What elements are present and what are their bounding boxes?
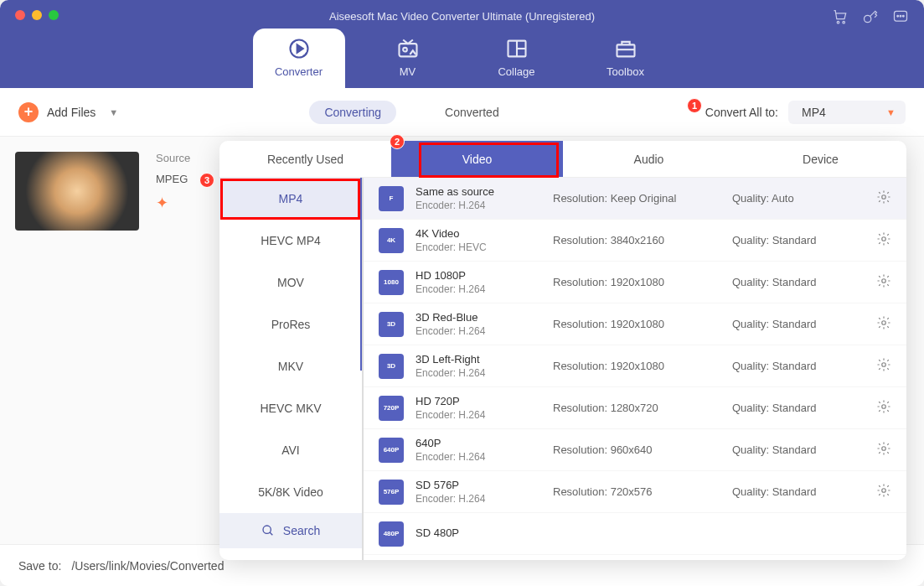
video-thumbnail[interactable]: [15, 152, 139, 231]
save-to-path[interactable]: /Users/link/Movies/Converted: [71, 559, 224, 573]
format-item-5k8k[interactable]: 5K/8K Video: [219, 471, 362, 513]
tab-video[interactable]: Video: [391, 141, 563, 177]
tab-collage-label: Collage: [498, 65, 534, 78]
toolbox-icon: [614, 37, 638, 60]
svg-point-18: [882, 195, 886, 200]
preset-quality: Quality: Standard: [732, 318, 841, 330]
gear-icon[interactable]: [876, 315, 891, 333]
svg-point-1: [843, 21, 845, 23]
preset-icon: 3D: [379, 312, 404, 337]
svg-point-4: [897, 15, 899, 17]
mv-icon: [396, 37, 420, 60]
svg-point-22: [882, 363, 886, 367]
format-item-mov[interactable]: MOV: [219, 262, 362, 303]
svg-point-20: [882, 279, 886, 283]
app-window: Aiseesoft Mac Video Converter Ultimate (…: [0, 0, 924, 586]
preset-list: FSame as sourceEncoder: H.264Resolution:…: [364, 178, 906, 560]
cart-icon[interactable]: [832, 8, 849, 25]
preset-row[interactable]: 3D3D Red-BlueEncoder: H.264Resolution: 1…: [364, 303, 906, 345]
gear-icon[interactable]: [876, 357, 891, 375]
preset-row[interactable]: 1080HD 1080PEncoder: H.264Resolution: 19…: [364, 262, 906, 303]
preset-resolution: Resolution: 1280x720: [553, 402, 720, 414]
preset-row[interactable]: 3D3D Left-RightEncoder: H.264Resolution:…: [364, 345, 906, 387]
svg-rect-14: [617, 44, 634, 56]
svg-point-21: [882, 321, 886, 325]
format-item-mp4[interactable]: MP4: [219, 178, 362, 220]
svg-point-0: [837, 21, 839, 23]
format-item-hevc-mp4[interactable]: HEVC MP4: [219, 220, 362, 262]
svg-point-5: [900, 15, 901, 17]
close-window-button[interactable]: [15, 10, 25, 20]
preset-quality: Quality: Standard: [732, 360, 841, 372]
preset-quality: Quality: Standard: [732, 234, 841, 246]
svg-point-2: [865, 15, 871, 22]
output-format-dropdown[interactable]: MP4 ▼: [788, 101, 906, 124]
converter-icon: [287, 37, 311, 60]
gear-icon[interactable]: [876, 231, 891, 249]
format-search[interactable]: Search: [219, 513, 362, 548]
preset-row[interactable]: 576PSD 576PEncoder: H.264Resolution: 720…: [364, 471, 906, 513]
preset-name: HD 1080P: [416, 269, 541, 282]
preset-encoder: Encoder: H.264: [416, 325, 541, 337]
tab-converter[interactable]: Converter: [253, 29, 345, 88]
preset-row[interactable]: 720PHD 720PEncoder: H.264Resolution: 128…: [364, 387, 906, 429]
format-item-mkv[interactable]: MKV: [219, 345, 362, 387]
svg-point-24: [882, 447, 886, 451]
gear-icon[interactable]: [876, 441, 891, 459]
chevron-down-icon[interactable]: ▼: [109, 107, 118, 117]
callout-badge-1: 1: [687, 98, 702, 113]
preset-name: 640P: [416, 437, 541, 449]
tab-toolbox-label: Toolbox: [607, 65, 644, 78]
preset-icon: 480P: [379, 521, 404, 547]
tab-collage[interactable]: Collage: [471, 29, 563, 88]
key-icon[interactable]: [862, 8, 879, 25]
format-item-avi[interactable]: AVI: [219, 429, 362, 471]
format-item-hevc-mkv[interactable]: HEVC MKV: [219, 387, 362, 429]
svg-marker-8: [297, 44, 302, 52]
format-sidebar: MP4 HEVC MP4 MOV ProRes MKV HEVC MKV AVI…: [219, 178, 364, 560]
tab-recently-used[interactable]: Recently Used: [219, 141, 391, 177]
preset-encoder: Encoder: H.264: [416, 367, 541, 379]
preset-resolution: Resolution: 1920x1080: [553, 360, 720, 372]
preset-row[interactable]: FSame as sourceEncoder: H.264Resolution:…: [364, 178, 906, 220]
format-item-prores[interactable]: ProRes: [219, 303, 362, 345]
preset-encoder: Encoder: H.264: [416, 493, 541, 505]
preset-quality: Quality: Auto: [732, 192, 841, 205]
preset-resolution: Resolution: 1920x1080: [553, 276, 720, 288]
tab-mv[interactable]: MV: [362, 29, 454, 88]
maximize-window-button[interactable]: [49, 10, 59, 20]
preset-resolution: Resolution: 1920x1080: [553, 318, 720, 330]
gear-icon[interactable]: [876, 483, 891, 500]
svg-point-19: [882, 237, 886, 241]
gear-icon[interactable]: [876, 189, 891, 207]
tab-audio[interactable]: Audio: [563, 141, 735, 177]
preset-name: Same as source: [416, 185, 541, 198]
tab-mv-label: MV: [400, 65, 416, 78]
callout-badge-3: 3: [199, 173, 214, 188]
enhance-icon[interactable]: ✦: [156, 194, 190, 212]
add-files-button[interactable]: + Add Files ▼: [18, 102, 118, 122]
collage-icon: [505, 37, 529, 60]
svg-rect-9: [399, 44, 416, 56]
preset-row[interactable]: 480PSD 480P: [364, 513, 906, 555]
tab-converter-label: Converter: [275, 65, 323, 78]
tab-toolbox[interactable]: Toolbox: [580, 29, 672, 88]
chevron-down-icon: ▼: [886, 107, 896, 117]
tab-device[interactable]: Device: [735, 141, 906, 177]
preset-row[interactable]: 640P640PEncoder: H.264Resolution: 960x64…: [364, 429, 906, 471]
search-icon: [261, 524, 275, 537]
gear-icon[interactable]: [876, 399, 891, 417]
gear-icon[interactable]: [876, 273, 891, 291]
minimize-window-button[interactable]: [32, 10, 42, 20]
preset-name: 3D Left-Right: [416, 353, 541, 366]
preset-icon: 576P: [379, 480, 404, 505]
preset-row[interactable]: 4K4K VideoEncoder: HEVCResolution: 3840x…: [364, 220, 906, 262]
feedback-icon[interactable]: [892, 8, 909, 25]
titlebar-actions: [832, 8, 909, 25]
preset-name: 3D Red-Blue: [416, 311, 541, 324]
tab-converting[interactable]: Converting: [309, 101, 396, 124]
search-label: Search: [283, 524, 320, 537]
svg-line-17: [270, 532, 272, 535]
tab-converted[interactable]: Converted: [430, 101, 514, 124]
preset-resolution: Resolution: 960x640: [553, 443, 720, 456]
